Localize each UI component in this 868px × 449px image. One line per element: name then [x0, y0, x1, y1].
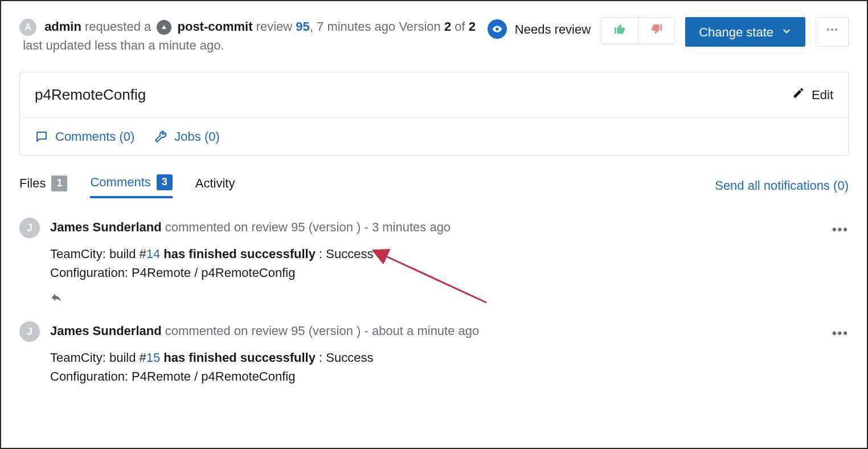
svg-point-0: [496, 27, 498, 30]
eye-icon: [488, 19, 507, 39]
title-sub-row: Comments (0) Jobs (0): [20, 117, 848, 155]
comment-text: TeamCity: build #14 has finished success…: [50, 244, 822, 282]
commit-type-icon: [157, 20, 171, 35]
chevron-down-icon: [781, 23, 792, 42]
comment-meta-text: commented on review 95 (version ) - 3 mi…: [165, 220, 451, 234]
review-title: p4RemoteConfig: [35, 84, 146, 106]
status-label: Needs review: [515, 20, 591, 39]
review-label: review: [256, 19, 293, 34]
comment-avatar: J: [19, 321, 40, 342]
comment-more-button[interactable]: •••: [832, 321, 849, 386]
content-tabs: Files 1 Comments 3 Activity Send all not…: [19, 173, 849, 198]
comment-item: J James Sunderland commented on review 9…: [19, 312, 849, 386]
build-number-link[interactable]: 15: [146, 350, 160, 365]
build-number-link[interactable]: 14: [146, 247, 160, 261]
review-status: Needs review: [488, 17, 591, 39]
tab-comments-label: Comments: [90, 173, 150, 191]
comment-author[interactable]: James Sunderland: [50, 324, 162, 338]
wrench-icon: [154, 130, 167, 144]
review-header: A admin requested a post-commit review 9…: [19, 17, 849, 55]
review-type: post-commit: [178, 19, 253, 34]
vote-buttons: [601, 17, 675, 44]
comments-label: Comments (0): [55, 127, 134, 146]
more-actions-button[interactable]: [816, 17, 849, 47]
jobs-label: Jobs (0): [174, 127, 219, 146]
last-updated-text: last updated less than a minute ago.: [23, 38, 224, 52]
build-prefix: TeamCity: build #: [50, 247, 146, 261]
build-result-suffix: : Success: [316, 247, 373, 261]
comment-author[interactable]: James Sunderland: [50, 220, 162, 234]
tab-activity[interactable]: Activity: [195, 174, 235, 197]
comment-meta-text: commented on review 95 (version ) - abou…: [165, 324, 480, 338]
comment-avatar: J: [19, 218, 40, 238]
tab-files-count: 1: [51, 175, 67, 191]
comment-item: J James Sunderland commented on review 9…: [19, 209, 849, 312]
comment-meta: James Sunderland commented on review 95 …: [50, 321, 822, 340]
version-current: 2: [444, 19, 451, 34]
comment-icon: [35, 130, 48, 144]
comment-more-button[interactable]: •••: [832, 218, 849, 312]
build-result-bold: has finished successfully: [160, 247, 316, 261]
build-config: Configuration: P4Remote / p4RemoteConfig: [50, 369, 295, 383]
change-state-label: Change state: [699, 23, 773, 42]
edit-title-button[interactable]: Edit: [792, 85, 833, 104]
send-notifications-link[interactable]: Send all notifications (0): [715, 176, 849, 195]
tab-comments-count: 3: [157, 174, 173, 190]
edit-label: Edit: [812, 85, 833, 104]
svg-point-2: [831, 28, 833, 30]
requester-name[interactable]: admin: [44, 19, 81, 34]
build-config: Configuration: P4Remote / p4RemoteConfig: [50, 266, 295, 280]
vote-down-button[interactable]: [638, 18, 674, 44]
header-meta: A admin requested a post-commit review 9…: [19, 17, 477, 55]
tab-activity-label: Activity: [195, 174, 235, 193]
reply-button[interactable]: [50, 290, 822, 309]
comma: ,: [310, 19, 313, 34]
requester-avatar: A: [19, 19, 36, 36]
more-icon: [825, 23, 839, 42]
comment-text: TeamCity: build #15 has finished success…: [50, 348, 822, 386]
version-label: Version: [399, 19, 440, 34]
tab-files[interactable]: Files 1: [19, 174, 67, 197]
review-id-link[interactable]: 95: [296, 19, 309, 34]
edit-icon: [792, 85, 805, 104]
thumbs-up-icon: [613, 22, 626, 40]
change-state-button[interactable]: Change state: [685, 17, 805, 47]
build-result-suffix: : Success: [316, 350, 373, 365]
svg-point-1: [827, 28, 829, 30]
tab-files-label: Files: [19, 174, 46, 193]
vote-up-button[interactable]: [601, 18, 638, 44]
comments-list: J James Sunderland commented on review 9…: [19, 209, 849, 386]
version-of: of: [455, 19, 465, 34]
review-relative-time: 7 minutes ago: [317, 19, 395, 34]
version-total: 2: [469, 19, 476, 34]
comment-meta: James Sunderland commented on review 95 …: [50, 218, 822, 236]
comments-link[interactable]: Comments (0): [35, 127, 134, 146]
requested-a-text: requested a: [85, 19, 151, 34]
thumbs-down-icon: [650, 22, 663, 40]
svg-point-3: [835, 28, 837, 30]
review-title-box: p4RemoteConfig Edit Comments (0) Jobs (0…: [19, 72, 849, 156]
tab-comments[interactable]: Comments 3: [90, 173, 172, 198]
build-result-bold: has finished successfully: [160, 350, 316, 365]
build-prefix: TeamCity: build #: [50, 350, 146, 365]
jobs-link[interactable]: Jobs (0): [154, 127, 219, 146]
